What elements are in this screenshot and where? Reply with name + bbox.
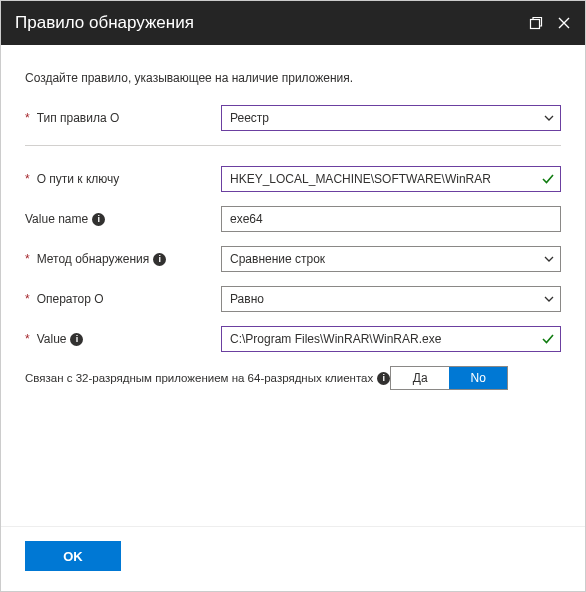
row-associated: Связан с 32-разрядным приложением на 64-… — [25, 366, 561, 390]
value-name-input-native[interactable] — [230, 207, 534, 231]
rule-type-value: Реестр — [230, 111, 269, 125]
info-icon[interactable]: i — [377, 372, 390, 385]
row-key-path: * О пути к ключу — [25, 166, 561, 192]
svg-rect-0 — [531, 20, 540, 29]
detection-rule-panel: Правило обнаружения Создайте правило, ук… — [0, 0, 586, 592]
label-operator: * Оператор О — [25, 292, 221, 306]
label-operator-text: Оператор О — [37, 292, 104, 306]
label-value: * Value i — [25, 332, 221, 346]
toggle-no[interactable]: No — [449, 367, 507, 389]
divider — [25, 145, 561, 146]
required-marker: * — [25, 252, 30, 266]
toggle-yes[interactable]: Да — [391, 367, 449, 389]
required-marker: * — [25, 111, 30, 125]
label-associated: Связан с 32-разрядным приложением на 64-… — [25, 372, 373, 384]
label-value-name-text: Value name — [25, 212, 88, 226]
key-path-input-native[interactable] — [230, 167, 534, 191]
restore-icon[interactable] — [529, 16, 543, 30]
close-icon[interactable] — [557, 16, 571, 30]
panel-header: Правило обнаружения — [1, 1, 585, 45]
operator-value: Равно — [230, 292, 264, 306]
detection-method-select[interactable]: Сравнение строк — [221, 246, 561, 272]
header-actions — [529, 16, 571, 30]
label-detection-method-text: Метод обнаружения — [37, 252, 150, 266]
panel-body: Создайте правило, указывающее на наличие… — [1, 45, 585, 526]
operator-select[interactable]: Равно — [221, 286, 561, 312]
required-marker: * — [25, 172, 30, 186]
required-marker: * — [25, 292, 30, 306]
row-operator: * Оператор О Равно — [25, 286, 561, 312]
value-input[interactable] — [221, 326, 561, 352]
label-rule-type-text: Тип правила О — [37, 111, 120, 125]
value-name-input[interactable] — [221, 206, 561, 232]
required-marker: * — [25, 332, 30, 346]
panel-title: Правило обнаружения — [15, 13, 529, 33]
key-path-input[interactable] — [221, 166, 561, 192]
label-detection-method: * Метод обнаружения i — [25, 252, 221, 266]
ok-button[interactable]: OK — [25, 541, 121, 571]
label-key-path: * О пути к ключу — [25, 172, 221, 186]
label-value-name: Value name i — [25, 212, 221, 226]
associated-toggle: Да No — [390, 366, 508, 390]
row-rule-type: * Тип правила О Реестр — [25, 105, 561, 131]
rule-type-select[interactable]: Реестр — [221, 105, 561, 131]
label-key-path-text: О пути к ключу — [37, 172, 120, 186]
info-icon[interactable]: i — [70, 333, 83, 346]
detection-method-value: Сравнение строк — [230, 252, 325, 266]
info-icon[interactable]: i — [153, 253, 166, 266]
label-rule-type: * Тип правила О — [25, 111, 221, 125]
info-icon[interactable]: i — [92, 213, 105, 226]
value-input-native[interactable] — [230, 327, 534, 351]
label-value-text: Value — [37, 332, 67, 346]
panel-subtitle: Создайте правило, указывающее на наличие… — [25, 71, 561, 85]
row-detection-method: * Метод обнаружения i Сравнение строк — [25, 246, 561, 272]
row-value-name: Value name i — [25, 206, 561, 232]
row-value: * Value i — [25, 326, 561, 352]
panel-footer: OK — [1, 526, 585, 591]
